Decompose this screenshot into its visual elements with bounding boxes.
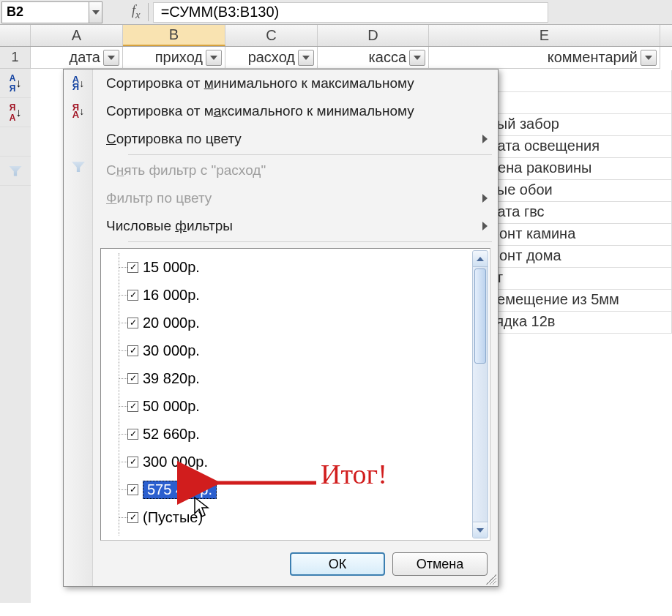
filter-dropdown-D[interactable] — [409, 50, 425, 66]
col-header-A[interactable]: A — [31, 25, 123, 46]
filter-value-label: 52 660р. — [143, 426, 200, 443]
filter-value-item[interactable]: ✓39 820р. — [105, 364, 471, 392]
col-header-E[interactable]: E — [429, 25, 660, 46]
filter-value-label: 16 000р. — [143, 287, 200, 304]
select-all-corner[interactable] — [0, 25, 31, 46]
fx-icon[interactable]: fx — [124, 3, 149, 21]
filter-by-color: Фильтр по цвету — [93, 184, 498, 212]
filter-value-label: 50 000р. — [143, 398, 200, 415]
filter-dropdown-E[interactable] — [641, 50, 657, 66]
filter-value-item[interactable]: ✓575 480р. — [105, 476, 471, 503]
checkbox-icon[interactable]: ✓ — [127, 401, 138, 412]
sort-asc-icon: АЯ↓ — [64, 70, 93, 97]
sort-desc-toolbar-icon: ЯА↓ — [0, 98, 31, 127]
filter-menu: АЯ↓ ЯА↓ Сортировка от минимального к мак… — [63, 69, 499, 587]
checkbox-icon[interactable]: ✓ — [127, 457, 138, 467]
filter-value-label: 575 480р. — [143, 481, 217, 499]
filter-values-list: ✓15 000р.✓16 000р.✓20 000р.✓30 000р.✓39 … — [100, 248, 490, 541]
filter-value-label: 300 000р. — [143, 454, 208, 470]
filter-value-item[interactable]: ✓52 660р. — [105, 420, 471, 448]
filter-scrollbar[interactable] — [472, 250, 488, 538]
ok-button[interactable]: ОК — [290, 552, 385, 576]
cell-E3[interactable] — [470, 92, 672, 114]
scroll-thumb[interactable] — [474, 268, 486, 364]
filter-value-item[interactable]: ✓16 000р. — [105, 281, 471, 309]
cell-E4[interactable]: новый забор — [470, 114, 672, 136]
table-header-row: дата приход расход касса комментарий — [31, 47, 672, 69]
row-headers: 1 АЯ↓ ЯА↓ — [0, 47, 31, 603]
filter-value-item[interactable]: ✓15 000р. — [105, 253, 471, 281]
checkbox-icon[interactable]: ✓ — [127, 345, 138, 356]
cell-E5[interactable]: оплата освещения — [470, 136, 672, 158]
filter-value-item[interactable]: ✓50 000р. — [105, 392, 471, 420]
checkbox-icon[interactable]: ✓ — [127, 373, 138, 384]
filter-dropdown-C[interactable] — [298, 50, 314, 66]
cell-E12[interactable]: перемещение из 5мм — [470, 290, 672, 312]
filter-dropdown-A[interactable] — [103, 50, 119, 66]
sort-desc-icon: ЯА↓ — [64, 97, 93, 125]
cell-E9[interactable]: ремонт камина — [470, 224, 672, 246]
header-E: комментарий — [429, 47, 660, 69]
filter-value-item[interactable]: ✓300 000р. — [105, 448, 471, 476]
checkbox-icon[interactable]: ✓ — [127, 484, 138, 495]
cell-E6[interactable]: замена раковины — [470, 158, 672, 180]
column-E-data: новый забор оплата освещения замена рако… — [470, 70, 672, 334]
name-box-dropdown[interactable] — [89, 1, 102, 23]
cell-E10[interactable]: ремонт дома — [470, 246, 672, 268]
col-header-D[interactable]: D — [318, 25, 429, 46]
cancel-button[interactable]: Отмена — [392, 552, 488, 576]
header-D: касса — [318, 47, 429, 69]
funnel-icon — [64, 153, 93, 181]
filter-dropdown-B[interactable] — [206, 50, 222, 66]
sort-asc-toolbar-icon: АЯ↓ — [0, 69, 31, 98]
filter-value-item[interactable]: ✓30 000р. — [105, 337, 471, 364]
filter-menu-sidebar-icons: АЯ↓ ЯА↓ — [64, 70, 93, 586]
sort-descending[interactable]: Сортировка от максимального к минимально… — [93, 97, 498, 125]
cell-E8[interactable]: оплата гвс — [470, 202, 672, 224]
filter-value-label: 15 000р. — [143, 259, 200, 276]
filter-value-item[interactable]: ✓20 000р. — [105, 309, 471, 337]
scroll-down-button[interactable] — [473, 522, 488, 538]
filter-value-label: 20 000р. — [143, 315, 200, 331]
row-header-1[interactable]: 1 — [0, 47, 31, 69]
cell-E13[interactable]: зарядка 12в — [470, 312, 672, 334]
chevron-right-icon — [482, 194, 488, 203]
clear-filter-toolbar-icon — [0, 157, 31, 186]
column-headers: A B C D E — [0, 25, 672, 47]
scroll-up-button[interactable] — [473, 251, 488, 267]
cell-E7[interactable]: новые обои — [470, 180, 672, 202]
name-box[interactable]: B2 — [1, 1, 89, 23]
filter-value-label: 30 000р. — [143, 342, 200, 359]
checkbox-icon[interactable]: ✓ — [127, 290, 138, 301]
chevron-right-icon — [482, 222, 488, 230]
col-header-C[interactable]: C — [225, 25, 318, 46]
header-A: дата — [31, 47, 123, 69]
checkbox-icon[interactable]: ✓ — [127, 318, 138, 328]
cell-E11[interactable]: долг — [470, 268, 672, 290]
formula-input[interactable]: =СУММ(B3:B130) — [153, 2, 548, 23]
filter-value-label: 39 820р. — [143, 370, 200, 387]
clear-filter: Снять фильтр с "расход" — [93, 157, 498, 184]
filter-value-label: (Пустые) — [143, 509, 203, 526]
cell-E2[interactable] — [470, 70, 672, 92]
col-header-B[interactable]: B — [123, 25, 225, 46]
checkbox-icon[interactable]: ✓ — [127, 429, 138, 440]
checkbox-icon[interactable]: ✓ — [127, 512, 138, 523]
chevron-right-icon — [482, 135, 488, 143]
header-C: расход — [225, 47, 318, 69]
sort-ascending[interactable]: Сортировка от минимального к максимально… — [93, 70, 498, 97]
filter-value-item[interactable]: ✓(Пустые) — [105, 503, 471, 531]
formula-bar: B2 fx =СУММ(B3:B130) — [0, 0, 672, 25]
header-B: приход — [123, 47, 225, 69]
sort-by-color[interactable]: Сортировка по цвету — [93, 125, 498, 153]
resize-grip-icon[interactable] — [486, 574, 496, 585]
checkbox-icon[interactable]: ✓ — [127, 262, 138, 273]
number-filters[interactable]: Числовые фильтры — [93, 212, 498, 240]
